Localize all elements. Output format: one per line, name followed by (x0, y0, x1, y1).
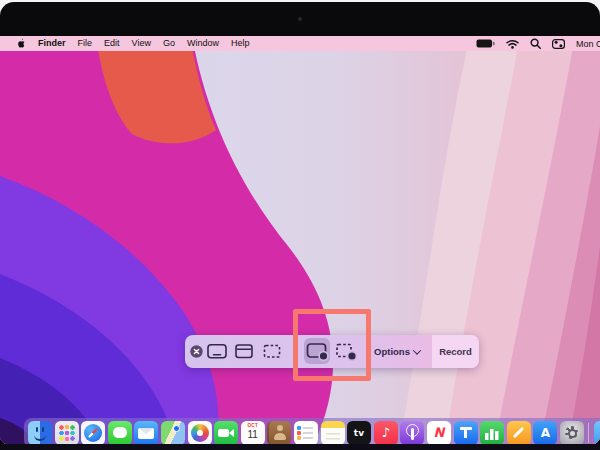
dock-reminders[interactable] (294, 421, 318, 445)
dock-notes[interactable] (321, 421, 345, 445)
dock-mail[interactable] (134, 421, 158, 445)
capture-entire-screen-button[interactable] (206, 343, 228, 360)
display-bezel-bottom (0, 444, 600, 450)
menu-app-name[interactable]: Finder (38, 36, 66, 51)
menu-bar: Finder File Edit View Go Window Help (0, 36, 600, 51)
dock-music[interactable]: ♪ (374, 421, 398, 445)
calendar-day-label: 11 (241, 429, 265, 441)
wallpaper-monterey (0, 36, 600, 444)
macos-desktop: Finder File Edit View Go Window Help (0, 36, 600, 444)
options-label: Options (374, 346, 410, 357)
dock-podcasts[interactable] (400, 421, 424, 445)
dock-pages[interactable] (507, 421, 531, 445)
apple-menu[interactable] (16, 38, 26, 49)
chevron-down-icon (413, 346, 421, 354)
capture-selected-portion-button[interactable] (261, 343, 283, 360)
search-icon[interactable] (530, 38, 541, 49)
menu-edit[interactable]: Edit (104, 36, 120, 51)
close-button[interactable] (190, 345, 203, 358)
app-store-logo: A (533, 421, 557, 445)
menu-file[interactable]: File (78, 36, 93, 51)
music-note-icon: ♪ (374, 421, 398, 445)
dock-facetime[interactable] (214, 421, 238, 445)
window-icon (233, 343, 255, 360)
apple-tv-logo: tv (347, 421, 371, 445)
menu-go[interactable]: Go (163, 36, 175, 51)
dock-contacts[interactable] (267, 421, 291, 445)
record-button[interactable]: Record (432, 335, 479, 368)
dock-news[interactable]: N (427, 421, 451, 445)
dock-downloads-folder[interactable] (594, 421, 600, 445)
dashed-selection-icon (261, 343, 283, 360)
dock: OCT 11 tv ♪ N A (24, 418, 600, 444)
news-logo: N (427, 421, 451, 445)
webcam-icon (298, 17, 302, 21)
display-icon (206, 343, 228, 360)
dock-apple-tv[interactable]: tv (347, 421, 371, 445)
dock-photos[interactable] (188, 421, 212, 445)
dock-numbers[interactable] (480, 421, 504, 445)
dock-app-store[interactable]: A (533, 421, 557, 445)
record-label: Record (439, 346, 472, 357)
dock-safari[interactable] (81, 421, 105, 445)
dock-calendar[interactable]: OCT 11 (241, 421, 265, 445)
dock-messages[interactable] (108, 421, 132, 445)
dock-launchpad[interactable] (55, 421, 79, 445)
calendar-month-label: OCT (241, 423, 265, 428)
dock-maps[interactable] (161, 421, 185, 445)
menu-window[interactable]: Window (187, 36, 219, 51)
apple-logo-icon (16, 38, 26, 49)
battery-icon[interactable] (476, 39, 495, 48)
capture-selected-window-button[interactable] (233, 343, 255, 360)
dock-separator (588, 423, 589, 443)
laptop-frame: Finder File Edit View Go Window Help (0, 0, 600, 450)
close-icon (190, 345, 203, 358)
dock-keynote[interactable] (454, 421, 478, 445)
menu-bar-clock[interactable]: Mon Oct (576, 39, 600, 49)
dock-finder[interactable] (28, 421, 52, 445)
options-dropdown[interactable]: Options (369, 335, 425, 368)
menu-help[interactable]: Help (231, 36, 250, 51)
annotation-highlight-box (293, 309, 371, 381)
menu-view[interactable]: View (132, 36, 151, 51)
control-center-icon[interactable] (552, 39, 565, 49)
dock-system-settings[interactable] (560, 421, 584, 445)
wifi-icon[interactable] (506, 39, 519, 49)
